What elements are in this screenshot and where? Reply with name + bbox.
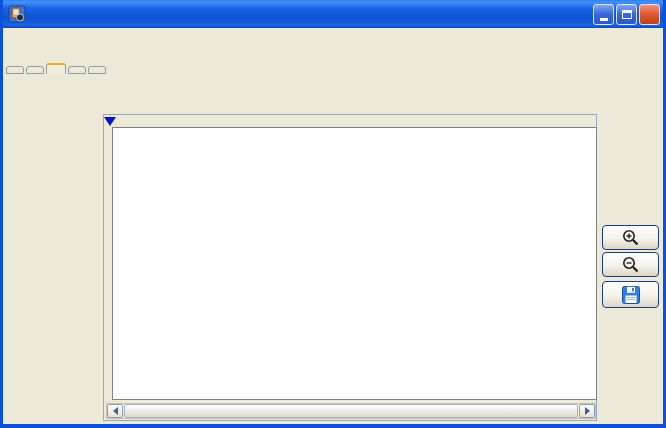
close-button[interactable]: [639, 4, 660, 25]
trace-info-panel: [3, 74, 663, 112]
diagnostics-plot[interactable]: [112, 127, 597, 400]
diagnostics-plot-svg: [113, 128, 596, 399]
menu-item-view[interactable]: [47, 36, 61, 40]
maximize-button[interactable]: [616, 4, 637, 25]
zoom-out-button[interactable]: [602, 252, 659, 277]
title-bar[interactable]: [3, 0, 663, 28]
scroll-left-button[interactable]: [107, 404, 123, 418]
menu-item-profile[interactable]: [19, 36, 33, 40]
minimize-icon: [600, 18, 608, 21]
app-icon[interactable]: [8, 5, 26, 23]
save-button[interactable]: [602, 281, 659, 308]
timeline-scrollbar[interactable]: [106, 403, 596, 419]
zoom-out-icon: [621, 255, 641, 275]
scroll-left-icon: [113, 407, 118, 415]
save-icon floppy-disk-icon: [621, 285, 641, 305]
menu-item-tools[interactable]: [33, 36, 47, 40]
menu-item-help[interactable]: [75, 36, 89, 40]
scroll-right-icon: [585, 407, 590, 415]
info-row-date: [6, 79, 660, 91]
minimize-button[interactable]: [593, 4, 614, 25]
diagnostics-main: [3, 112, 663, 424]
diagnostics-chart-panel: [103, 114, 597, 421]
zoom-in-button[interactable]: [602, 225, 659, 250]
menu-bar: [3, 28, 663, 48]
zoom-in-icon: [621, 228, 641, 248]
tab-statistics[interactable]: [68, 66, 86, 74]
app-window: [0, 0, 666, 428]
tab-best-practices-results[interactable]: [6, 66, 24, 74]
tab-diagnostics[interactable]: [46, 63, 66, 74]
tab-strip: [3, 48, 663, 74]
menu-item-data-collector[interactable]: [61, 36, 75, 40]
position-marker down-triangle-icon[interactable]: [104, 117, 116, 126]
tab-waterfall[interactable]: [88, 66, 106, 74]
window-controls: [593, 4, 660, 25]
scroll-right-button[interactable]: [579, 404, 595, 418]
menu-item-file[interactable]: [5, 36, 19, 40]
info-row-trace: [6, 95, 660, 107]
tab-overview[interactable]: [26, 66, 44, 74]
maximize-icon: [622, 10, 632, 19]
scrollbar-thumb[interactable]: [124, 404, 578, 418]
